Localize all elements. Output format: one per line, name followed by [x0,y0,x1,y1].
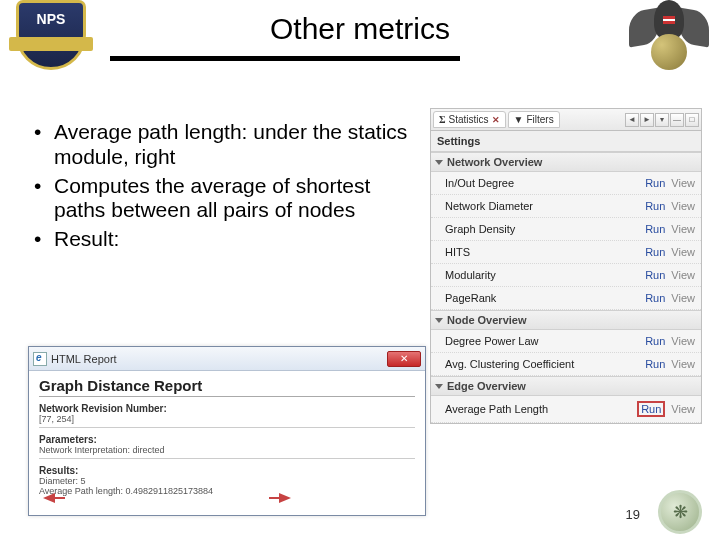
arrow-left-icon [43,493,55,503]
close-button[interactable]: ✕ [387,351,421,367]
settings-label[interactable]: Settings [431,131,701,152]
results-line: Diameter: 5 [39,476,415,486]
run-link[interactable]: Run [645,358,665,370]
stat-name: In/Out Degree [445,177,639,189]
run-link[interactable]: Run [645,200,665,212]
tab-statistics[interactable]: Σ Statistics ✕ [433,111,506,128]
close-icon[interactable]: ✕ [492,115,500,125]
nav-dropdown-button[interactable]: ▾ [655,113,669,127]
slide-header: Other metrics [0,0,720,78]
bullet-list: Average path length: under the statics m… [30,120,420,256]
chevron-down-icon [435,318,443,323]
section-title: Edge Overview [447,380,526,392]
stat-name: Network Diameter [445,200,639,212]
section-network-overview[interactable]: Network Overview [431,152,701,172]
results-label: Results: [39,465,415,476]
divider [39,458,415,459]
stat-name: Modularity [445,269,639,281]
nav-next-button[interactable]: ► [640,113,654,127]
view-link[interactable]: View [671,246,695,258]
revision-value: [77, 254] [39,414,415,424]
revision-label: Network Revision Number: [39,403,415,414]
stat-row-degree-power-law: Degree Power Law Run View [431,330,701,353]
section-edge-overview[interactable]: Edge Overview [431,376,701,396]
funnel-icon: ▼ [514,114,524,125]
view-link[interactable]: View [671,358,695,370]
run-link[interactable]: Run [645,177,665,189]
arrow-right-icon [279,493,291,503]
run-link[interactable]: Run [645,269,665,281]
window-titlebar[interactable]: HTML Report ✕ [29,347,425,371]
window-title: HTML Report [51,353,383,365]
divider [39,427,415,428]
sigma-icon: Σ [439,114,446,125]
minimize-button[interactable]: — [670,113,684,127]
title-underline [110,56,460,61]
view-link[interactable]: View [671,269,695,281]
stat-name: HITS [445,246,639,258]
params-value: Network Interpretation: directed [39,445,415,455]
stat-name: Degree Power Law [445,335,639,347]
shield-icon [16,0,86,70]
view-link[interactable]: View [671,177,695,189]
report-heading: Graph Distance Report [39,377,415,394]
chevron-down-icon [435,160,443,165]
corner-badge: ❋ [658,490,702,534]
eagle-icon [629,0,709,70]
section-node-overview[interactable]: Node Overview [431,310,701,330]
report-body: Graph Distance Report Network Revision N… [29,371,425,502]
panel-nav-buttons: ◄ ► ▾ — □ [625,113,699,127]
nav-prev-button[interactable]: ◄ [625,113,639,127]
stat-name: Avg. Clustering Coefficient [445,358,639,370]
maximize-button[interactable]: □ [685,113,699,127]
view-link[interactable]: View [671,223,695,235]
run-link[interactable]: Run [645,246,665,258]
view-link[interactable]: View [671,292,695,304]
results-line: Average Path length: 0.4982911825173884 [39,486,415,496]
stat-name: PageRank [445,292,639,304]
bullet-item: Result: [30,227,420,252]
globe-icon: ❋ [673,501,688,523]
view-link[interactable]: View [671,200,695,212]
tab-label: Statistics [449,114,489,125]
view-link[interactable]: View [671,335,695,347]
slide-title: Other metrics [0,12,720,46]
run-link-highlighted[interactable]: Run [637,401,665,417]
divider [39,396,415,397]
stat-row-modularity: Modularity Run View [431,264,701,287]
bullet-item: Average path length: under the statics m… [30,120,420,170]
report-window: HTML Report ✕ Graph Distance Report Netw… [28,346,426,516]
stat-name: Graph Density [445,223,639,235]
stat-row-pagerank: PageRank Run View [431,287,701,310]
chevron-down-icon [435,384,443,389]
section-title: Node Overview [447,314,526,326]
run-link[interactable]: Run [645,335,665,347]
tab-label: Filters [526,114,553,125]
tab-filters[interactable]: ▼ Filters [508,111,560,128]
page-number: 19 [626,507,640,522]
stat-name: Average Path Length [445,403,631,415]
stat-row-network-diameter: Network Diameter Run View [431,195,701,218]
west-point-logo [624,0,714,80]
params-label: Parameters: [39,434,415,445]
section-title: Network Overview [447,156,542,168]
stat-row-avg-clustering: Avg. Clustering Coefficient Run View [431,353,701,376]
view-link[interactable]: View [671,403,695,415]
stat-row-hits: HITS Run View [431,241,701,264]
html-report-icon [33,352,47,366]
statistics-panel: Σ Statistics ✕ ▼ Filters ◄ ► ▾ — □ Setti… [430,108,702,424]
stat-row-average-path-length: Average Path Length Run View [431,396,701,423]
stat-row-inout-degree: In/Out Degree Run View [431,172,701,195]
run-link[interactable]: Run [645,292,665,304]
nps-logo [6,0,96,80]
ribbon-icon [9,37,93,51]
run-link[interactable]: Run [645,223,665,235]
bullet-item: Computes the average of shortest paths b… [30,174,420,224]
panel-tabs: Σ Statistics ✕ ▼ Filters ◄ ► ▾ — □ [431,109,701,131]
stat-row-graph-density: Graph Density Run View [431,218,701,241]
